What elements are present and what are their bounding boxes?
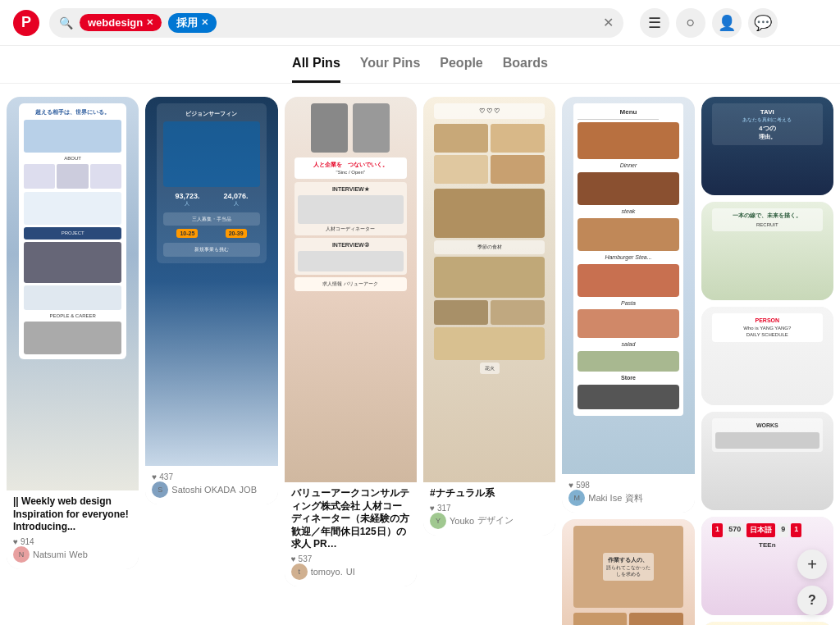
pin-board: UI — [346, 567, 355, 577]
tag-label: webdesign — [88, 16, 143, 29]
pin-card[interactable]: TAVI あなたを真剣に考える 4つの 理由。 — [701, 97, 833, 195]
pin-board: Web — [69, 550, 87, 559]
search-clear-button[interactable]: ✕ — [603, 15, 614, 30]
pinterest-logo[interactable]: P — [13, 10, 39, 36]
pin-title: || Weekly web design Inspiration for eve… — [13, 495, 132, 534]
pin-saves: ♥ 437 — [152, 472, 271, 481]
pin-board: JOB — [240, 485, 257, 495]
pins-grid: 超える相手は、世界にいる。 ABOUT PROJECT PEOPLE & CAR… — [0, 97, 840, 625]
pin-card[interactable]: PERSON Who is YANG YANG? DAILY SCHEDULE — [701, 307, 833, 405]
tab-people[interactable]: People — [440, 56, 482, 83]
avatar: Y — [430, 513, 446, 529]
pin-saves: ♥ 914 — [13, 537, 132, 546]
tab-your-pins[interactable]: Your Pins — [360, 56, 421, 83]
tag-close-recruit[interactable]: ✕ — [201, 17, 208, 28]
add-button[interactable]: + — [797, 550, 827, 579]
pin-saves: ♥ 317 — [430, 504, 549, 513]
pin-author: tomoyo. — [311, 567, 343, 577]
notifications-icon[interactable]: ○ — [676, 8, 705, 38]
pin-card[interactable]: 作業する人の、 語られてこなかった しを求める Art You 株式会社サンポー… — [562, 519, 694, 625]
pin-meta: M Maki Ise 資料 — [568, 490, 687, 506]
pin-card[interactable]: 超える相手は、世界にいる。 ABOUT PROJECT PEOPLE & CAR… — [7, 97, 139, 569]
tag-label: 採用 — [176, 16, 198, 30]
search-tabs: All Pins Your Pins People Boards — [0, 46, 840, 84]
pin-card[interactable]: 一本の線で、未来を描く。 RECRUIT — [701, 202, 833, 300]
pin-author: Satoshi OKADA — [171, 485, 235, 495]
pin-card[interactable]: 人と企業を つないでいく。 "Sinc / Open" INTERVIEW★ 人… — [285, 97, 417, 586]
avatar: M — [568, 490, 585, 506]
pin-saves: ♥ 598 — [568, 481, 687, 490]
menu-icon[interactable]: ☰ — [640, 8, 669, 38]
profile-icon[interactable]: 👤 — [712, 8, 742, 38]
pin-title: #ナチュラル系 — [430, 487, 549, 500]
pin-footer: || Weekly web design Inspiration for eve… — [7, 490, 139, 569]
messages-icon[interactable]: 💬 — [748, 8, 778, 38]
pin-footer: ♥ 437 S Satoshi OKADA JOB — [145, 466, 277, 504]
tag-pill-webdesign[interactable]: webdesign ✕ — [80, 14, 162, 31]
help-button[interactable]: ? — [797, 586, 827, 615]
pin-board: デザイン — [477, 514, 514, 527]
pin-saves: ♥ 537 — [291, 554, 410, 563]
avatar: N — [13, 546, 30, 563]
tag-close-webdesign[interactable]: ✕ — [146, 17, 153, 28]
header: P 🔍 webdesign ✕ 採用 ✕ ✕ ☰ ○ 👤 💬 — [0, 0, 840, 46]
pin-meta: S Satoshi OKADA JOB — [152, 481, 271, 498]
tag-pill-recruit[interactable]: 採用 ✕ — [168, 13, 217, 33]
pin-card[interactable]: ♡ ♡ ♡ 季節の食材 花火 — [423, 97, 555, 536]
pin-footer: ♥ 598 M Maki Ise 資料 — [562, 474, 694, 513]
pin-meta: t tomoyo. UI — [291, 563, 410, 580]
pin-card[interactable] — [701, 622, 833, 625]
pin-author: Youko — [450, 516, 474, 526]
search-bar: 🔍 webdesign ✕ 採用 ✕ ✕ — [49, 8, 623, 38]
avatar: S — [152, 481, 168, 498]
pin-author: Maki Ise — [588, 493, 622, 503]
pin-card[interactable]: ビジョンサーフィン 93,723. 人 24,076. 人 三人募集・手 — [145, 97, 277, 504]
pin-board: 資料 — [625, 492, 643, 504]
tab-boards[interactable]: Boards — [503, 56, 548, 83]
pin-author: Natsumi — [33, 550, 66, 559]
pin-meta: Y Youko デザイン — [430, 513, 549, 529]
avatar: t — [291, 563, 308, 580]
pin-card[interactable]: Menu Dinner steak Hamburger Stea... Past… — [562, 97, 694, 513]
pin-footer: バリューアークコンサルティング株式会社 人材コーディネーター（未経験の方歓迎／年… — [285, 482, 417, 586]
pin-title: バリューアークコンサルティング株式会社 人材コーディネーター（未経験の方歓迎／年… — [291, 487, 410, 551]
pin-card[interactable]: WORKS — [701, 412, 833, 510]
search-input[interactable] — [223, 16, 596, 30]
header-icons: ☰ ○ 👤 💬 — [640, 8, 778, 38]
search-icon: 🔍 — [59, 16, 73, 30]
pin-footer: #ナチュラル系 ♥ 317 Y Youko デザイン — [423, 482, 555, 536]
tab-all-pins[interactable]: All Pins — [292, 56, 340, 83]
pin-meta: N Natsumi Web — [13, 546, 132, 563]
